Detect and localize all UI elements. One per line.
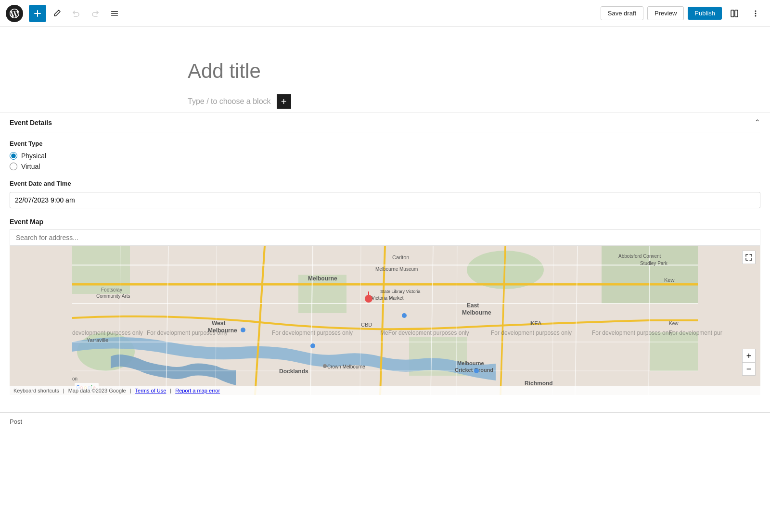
svg-text:East: East <box>467 302 479 309</box>
svg-rect-9 <box>72 246 130 294</box>
map-footer-separator2: | <box>130 388 131 393</box>
svg-text:Kew: Kew <box>669 321 679 326</box>
add-block-button[interactable] <box>29 5 46 22</box>
event-map-container: Melbourne Carlton Melbourne Museum West … <box>10 246 760 395</box>
svg-text:Kew: Kew <box>664 277 674 283</box>
event-map-label: Event Map <box>10 218 760 226</box>
map-footer-keyboard: Keyboard shortcuts <box>13 388 59 393</box>
undo-icon <box>72 9 80 18</box>
svg-point-5 <box>755 10 757 12</box>
event-type-field: Event Type Physical Virtual <box>10 140 760 170</box>
svg-text:Melbourne Museum: Melbourne Museum <box>375 266 418 272</box>
map-terms-link[interactable]: Terms of Use <box>135 388 167 393</box>
svg-point-41 <box>474 368 479 373</box>
svg-text:MeFor development purposes onl: MeFor development purposes only <box>380 329 469 336</box>
svg-text:Melbourne: Melbourne <box>462 309 491 316</box>
event-type-radio-group: Physical Virtual <box>10 152 760 170</box>
physical-radio-item[interactable]: Physical <box>10 152 760 160</box>
svg-point-42 <box>310 343 315 348</box>
event-details-title: Event Details <box>10 119 52 127</box>
virtual-radio-input[interactable] <box>10 163 17 170</box>
svg-point-40 <box>402 313 407 318</box>
svg-text:IKEA: IKEA <box>529 320 542 326</box>
svg-rect-3 <box>731 10 734 17</box>
event-details-body: Event Type Physical Virtual Event Date a… <box>10 132 760 412</box>
event-type-label: Event Type <box>10 140 760 147</box>
svg-point-39 <box>241 328 245 332</box>
svg-text:For development purposes only: For development purposes only <box>272 329 353 336</box>
publish-button[interactable]: Publish <box>688 7 722 20</box>
undo-button[interactable] <box>67 5 85 22</box>
editor-main: Type / to choose a block + <box>178 27 592 113</box>
details-button[interactable] <box>106 5 123 22</box>
map-fullscreen-button[interactable] <box>742 251 756 264</box>
svg-text:Community Arts: Community Arts <box>96 293 130 299</box>
map-footer: Keyboard shortcuts | Map data ©2023 Goog… <box>10 386 760 395</box>
map-footer-separator3: | <box>170 388 171 393</box>
edit-icon <box>52 9 61 18</box>
layout-icon <box>730 9 739 18</box>
svg-point-7 <box>755 15 757 16</box>
svg-text:Melbourne: Melbourne <box>308 275 337 282</box>
redo-button[interactable] <box>87 5 104 22</box>
post-title-input[interactable] <box>188 56 582 87</box>
chevron-up-icon: ⌃ <box>754 118 760 127</box>
svg-text:Studley Park: Studley Park <box>640 261 668 266</box>
physical-radio-input[interactable] <box>10 152 17 160</box>
svg-text:Footscray: Footscray <box>101 287 122 292</box>
map-svg: Melbourne Carlton Melbourne Museum West … <box>10 246 760 395</box>
address-search-input[interactable] <box>10 229 760 246</box>
virtual-radio-item[interactable]: Virtual <box>10 163 760 170</box>
toolbar: Save draft Preview Publish <box>0 0 770 27</box>
fullscreen-icon <box>745 253 753 261</box>
event-datetime-field: Event Date and Time <box>10 180 760 208</box>
svg-rect-2 <box>111 15 118 16</box>
svg-text:West: West <box>212 320 225 327</box>
map-footer-separator: | <box>63 388 64 393</box>
svg-text:Crown Melbourne: Crown Melbourne <box>327 364 365 369</box>
wordpress-logo <box>6 5 23 22</box>
map-zoom-in-button[interactable]: + <box>742 349 756 362</box>
svg-text:For development purposes only: For development purposes only <box>491 329 572 336</box>
details-icon <box>110 9 119 18</box>
layout-toggle-button[interactable] <box>726 5 743 22</box>
more-options-button[interactable] <box>747 5 764 22</box>
svg-text:State Library Victoria: State Library Victoria <box>380 289 420 294</box>
post-status-label: Post <box>10 418 22 425</box>
toolbar-left <box>6 5 599 22</box>
preview-button[interactable]: Preview <box>647 6 684 20</box>
svg-text:Docklands: Docklands <box>279 368 308 375</box>
map-zoom-controls: + − <box>742 349 756 376</box>
event-details-section: Event Details ⌃ Event Type Physical Virt… <box>0 113 770 412</box>
block-placeholder: Type / to choose a block + <box>188 90 582 113</box>
save-draft-button[interactable]: Save draft <box>601 6 643 20</box>
physical-radio-label: Physical <box>21 152 46 160</box>
svg-text:For development purposes only: For development purposes only <box>592 329 673 336</box>
svg-text:For development purposes only: For development purposes only <box>147 329 228 336</box>
map-report-link[interactable]: Report a map error <box>175 388 220 393</box>
svg-text:Melbourne: Melbourne <box>457 360 484 366</box>
svg-text:Carlton: Carlton <box>392 254 409 260</box>
svg-rect-4 <box>735 10 738 17</box>
edit-button[interactable] <box>48 5 65 22</box>
block-add-inline-button[interactable]: + <box>277 94 291 109</box>
svg-text:Victoria Market: Victoria Market <box>372 295 404 301</box>
svg-point-6 <box>755 13 757 14</box>
svg-text:Abbotsford Convent: Abbotsford Convent <box>618 253 661 259</box>
event-map-field: Event Map <box>10 218 760 395</box>
svg-text:Yarraville: Yarraville <box>87 337 108 343</box>
svg-text:on: on <box>72 376 77 381</box>
map-zoom-out-button[interactable]: − <box>742 362 756 376</box>
post-status-bar: Post <box>0 413 770 430</box>
svg-point-45 <box>323 364 327 368</box>
plus-icon <box>34 10 41 17</box>
event-datetime-input[interactable] <box>10 192 760 208</box>
wordpress-icon <box>10 9 19 18</box>
svg-text:development purposes only: development purposes only <box>72 329 143 336</box>
block-placeholder-text: Type / to choose a block <box>188 97 271 106</box>
svg-rect-15 <box>650 332 698 371</box>
svg-text:CBD: CBD <box>361 322 372 328</box>
svg-rect-0 <box>111 11 118 12</box>
event-details-header[interactable]: Event Details ⌃ <box>10 113 760 132</box>
map-footer-data: Map data ©2023 Google <box>68 388 126 393</box>
